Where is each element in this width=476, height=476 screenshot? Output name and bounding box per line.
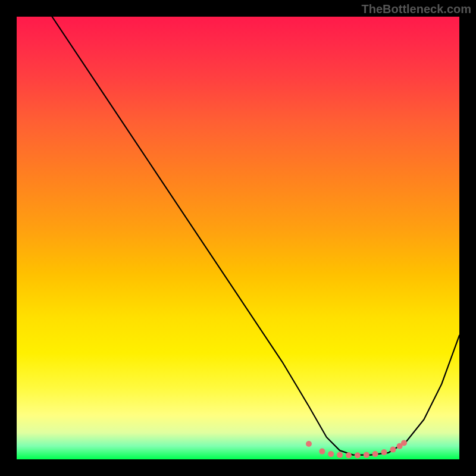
bottom-dots-group xyxy=(306,440,407,459)
main-curve xyxy=(17,17,459,455)
bottom-dot xyxy=(364,452,369,458)
chart-plot-area xyxy=(17,17,459,459)
chart-svg xyxy=(17,17,459,459)
bottom-dot xyxy=(372,451,378,457)
bottom-dot xyxy=(381,449,387,455)
bottom-dot xyxy=(401,440,407,446)
bottom-dot xyxy=(306,441,312,447)
bottom-dot xyxy=(346,452,352,458)
bottom-dot xyxy=(355,452,361,458)
bottom-dot xyxy=(328,451,334,457)
bottom-dot xyxy=(390,447,396,453)
watermark-text: TheBottleneck.com xyxy=(362,2,471,16)
bottom-dot xyxy=(337,452,343,458)
bottom-dot xyxy=(319,449,325,455)
